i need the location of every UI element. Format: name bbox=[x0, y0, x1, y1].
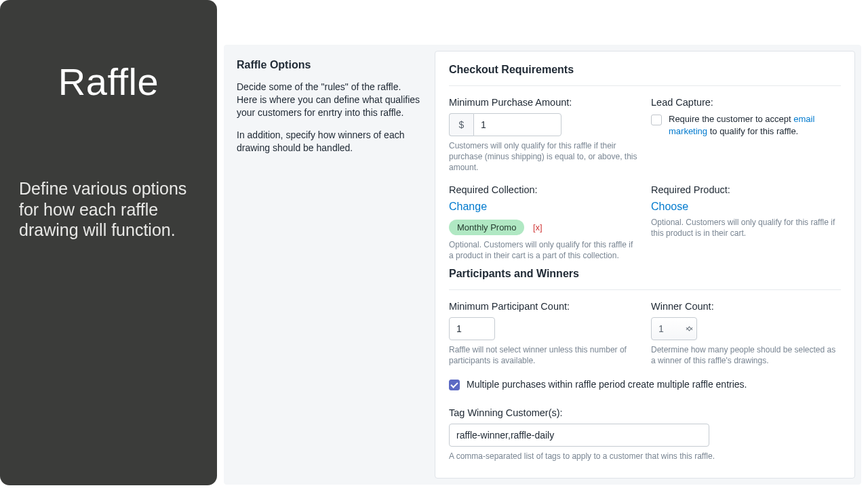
checkout-heading: Checkout Requirements bbox=[449, 64, 841, 86]
participants-heading: Participants and Winners bbox=[449, 268, 841, 290]
winner-count-select[interactable]: 1 bbox=[651, 317, 697, 340]
multi-entry-checkbox[interactable] bbox=[449, 380, 460, 390]
lead-capture-text: Require the customer to accept email mar… bbox=[669, 113, 841, 137]
min-purchase-help: Customers will only qualify for this raf… bbox=[449, 140, 639, 174]
required-collection-field: Required Collection: Change Monthly Prom… bbox=[449, 184, 639, 261]
options-description: Raffle Options Decide some of the "rules… bbox=[224, 45, 435, 484]
winner-count-field: Winner Count: 1 Determine how many peopl… bbox=[651, 301, 841, 366]
lead-capture-checkbox[interactable] bbox=[651, 115, 662, 125]
settings-card: Checkout Requirements Minimum Purchase A… bbox=[435, 51, 855, 479]
min-purchase-input-group: $ bbox=[449, 113, 639, 136]
collection-remove-button[interactable]: [x] bbox=[533, 222, 542, 232]
options-paragraph-2: In addition, specify how winners of each… bbox=[237, 129, 422, 155]
options-paragraph-1: Decide some of the "rules" of the raffle… bbox=[237, 81, 422, 119]
required-product-help: Optional. Customers will only qualify fo… bbox=[651, 217, 841, 239]
lead-capture-label: Lead Capture: bbox=[651, 97, 841, 108]
tags-help: A comma-separated list of tags to apply … bbox=[449, 451, 841, 462]
min-participants-help: Raffle will not select winner unless thi… bbox=[449, 344, 639, 366]
min-purchase-field: Minimum Purchase Amount: $ Customers wil… bbox=[449, 97, 639, 174]
tags-label: Tag Winning Customer(s): bbox=[449, 407, 841, 418]
required-product-choose-link[interactable]: Choose bbox=[651, 201, 688, 212]
required-collection-label: Required Collection: bbox=[449, 184, 639, 195]
multi-entry-label: Multiple purchases within raffle period … bbox=[467, 378, 747, 391]
required-collection-change-link[interactable]: Change bbox=[449, 201, 487, 212]
app-root: Raffle Define various options for how ea… bbox=[0, 0, 868, 488]
hero-panel: Raffle Define various options for how ea… bbox=[0, 0, 217, 485]
lead-capture-field: Lead Capture: Require the customer to ac… bbox=[651, 97, 841, 174]
hero-title: Raffle bbox=[19, 60, 198, 104]
winner-count-label: Winner Count: bbox=[651, 301, 841, 312]
settings-pane: Raffle Options Decide some of the "rules… bbox=[224, 45, 861, 485]
required-product-field: Required Product: Choose Optional. Custo… bbox=[651, 184, 841, 261]
min-participants-field: Minimum Participant Count: Raffle will n… bbox=[449, 301, 639, 366]
winner-count-help: Determine how many people should be sele… bbox=[651, 344, 841, 366]
currency-addon: $ bbox=[449, 113, 473, 136]
min-purchase-label: Minimum Purchase Amount: bbox=[449, 97, 639, 108]
hero-subtitle: Define various options for how each raff… bbox=[19, 178, 198, 241]
min-participants-input[interactable] bbox=[449, 317, 495, 340]
min-purchase-input[interactable] bbox=[473, 113, 561, 136]
collection-badge: Monthly Promo bbox=[449, 220, 524, 235]
required-collection-help: Optional. Customers will only qualify fo… bbox=[449, 239, 639, 261]
options-heading: Raffle Options bbox=[237, 59, 422, 71]
content-area: Raffle Options Decide some of the "rules… bbox=[217, 0, 868, 488]
required-product-label: Required Product: bbox=[651, 184, 841, 195]
min-participants-label: Minimum Participant Count: bbox=[449, 301, 639, 312]
tags-input[interactable] bbox=[449, 424, 709, 447]
multi-entry-row: Multiple purchases within raffle period … bbox=[449, 378, 747, 391]
